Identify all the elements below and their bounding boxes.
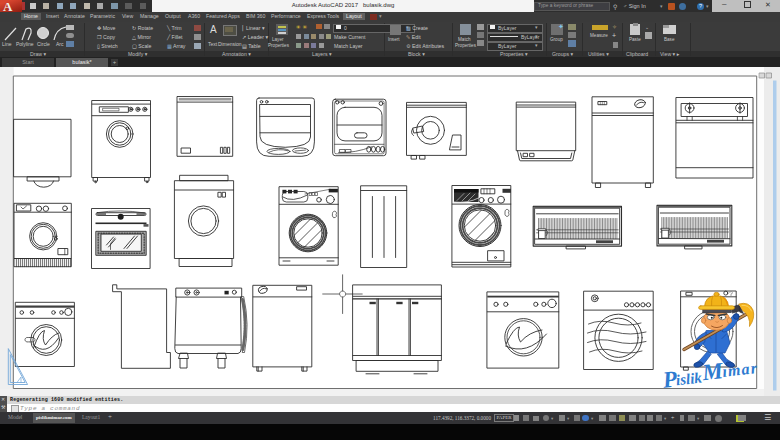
svg-text:islik: islik xyxy=(675,369,703,388)
